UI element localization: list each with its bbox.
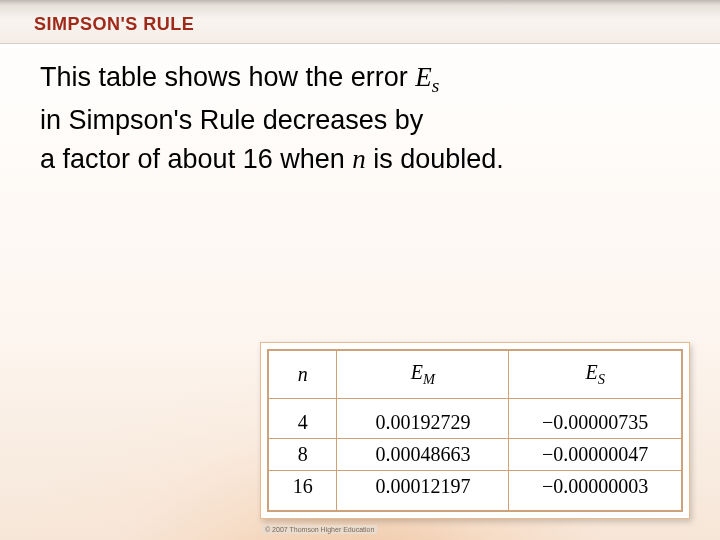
body-line-1: This table shows how the error Es xyxy=(40,58,680,101)
table-row: 16 0.00012197 −0.00000003 xyxy=(269,471,682,511)
cell-n: 4 xyxy=(269,399,337,439)
body-line-3: a factor of about 16 when n is doubled. xyxy=(40,140,680,179)
cell-es: −0.00000003 xyxy=(509,471,682,511)
cell-em: 0.00048663 xyxy=(337,439,509,471)
body-line-2: in Simpson's Rule decreases by xyxy=(40,101,680,140)
body-line-1a: This table shows how the error xyxy=(40,62,415,92)
var-E: E xyxy=(415,62,432,92)
th-es-sub: S xyxy=(598,371,605,387)
body-line-3c: is doubled. xyxy=(366,144,504,174)
table-row: 4 0.00192729 −0.00000735 xyxy=(269,399,682,439)
body-line-3a: a factor of about 16 when xyxy=(40,144,352,174)
var-E-sub: s xyxy=(432,75,440,96)
var-n: n xyxy=(352,144,366,174)
cell-es: −0.00000735 xyxy=(509,399,682,439)
th-n: n xyxy=(269,351,337,399)
error-table: n EM ES 4 0.00192729 −0.00000735 8 0.000… xyxy=(268,350,682,511)
th-es-main: E xyxy=(586,361,598,383)
th-n-text: n xyxy=(298,363,308,385)
th-em: EM xyxy=(337,351,509,399)
table-inner: n EM ES 4 0.00192729 −0.00000735 8 0.000… xyxy=(267,349,683,512)
header-title: SIMPSON'S RULE xyxy=(34,14,194,35)
cell-es: −0.00000047 xyxy=(509,439,682,471)
copyright-text: © 2007 Thomson Higher Education xyxy=(262,525,377,534)
cell-n: 8 xyxy=(269,439,337,471)
cell-n: 16 xyxy=(269,471,337,511)
table-header-row: n EM ES xyxy=(269,351,682,399)
th-em-sub: M xyxy=(423,371,435,387)
th-em-main: E xyxy=(411,361,423,383)
table-row: 8 0.00048663 −0.00000047 xyxy=(269,439,682,471)
table-container: n EM ES 4 0.00192729 −0.00000735 8 0.000… xyxy=(260,342,690,519)
header-band: SIMPSON'S RULE xyxy=(0,0,720,44)
body-text: This table shows how the error Es in Sim… xyxy=(40,58,680,179)
cell-em: 0.00192729 xyxy=(337,399,509,439)
cell-em: 0.00012197 xyxy=(337,471,509,511)
th-es: ES xyxy=(509,351,682,399)
